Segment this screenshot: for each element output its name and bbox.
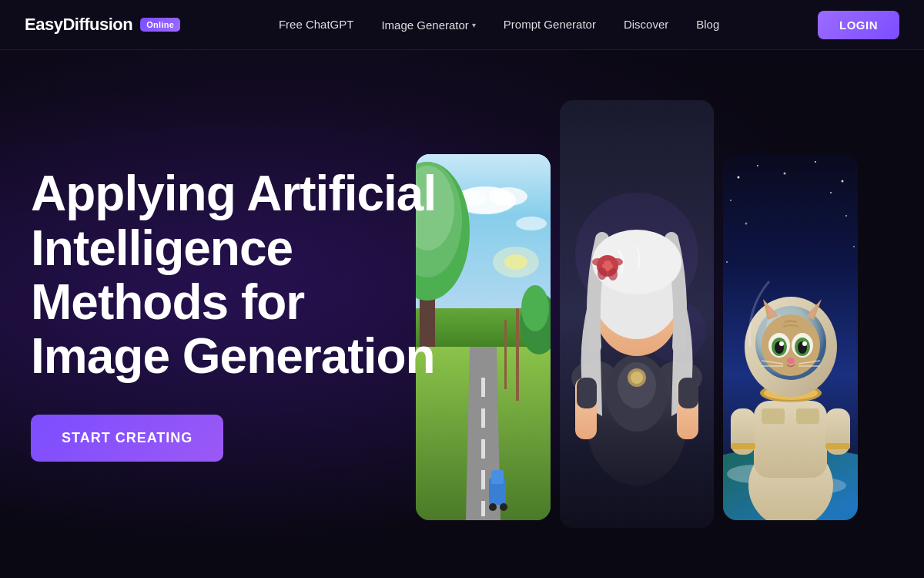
svg-point-53 — [611, 258, 623, 266]
chevron-down-icon: ▾ — [472, 21, 476, 29]
svg-point-19 — [489, 503, 497, 511]
svg-point-68 — [830, 192, 832, 193]
image-gallery — [416, 50, 924, 578]
astronaut-image — [723, 154, 858, 520]
start-creating-button[interactable]: START CREATING — [31, 415, 223, 462]
svg-point-67 — [845, 215, 847, 217]
hero-title: Applying Artificial Intelligence Methods… — [31, 166, 450, 384]
svg-point-24 — [521, 285, 549, 331]
svg-point-62 — [757, 165, 758, 166]
nav-item-blog[interactable]: Blog — [696, 18, 719, 32]
image-card-warrior — [560, 100, 714, 528]
nav-item-discover[interactable]: Discover — [624, 18, 668, 32]
svg-point-95 — [779, 341, 784, 346]
svg-rect-104 — [731, 443, 755, 449]
svg-point-97 — [787, 358, 795, 364]
free-chatgpt-link[interactable]: Free ChatGPT — [279, 18, 354, 31]
image-generator-link[interactable]: Image Generator ▾ — [381, 18, 475, 32]
nav-links: Free ChatGPT Image Generator ▾ Prompt Ge… — [279, 18, 719, 32]
svg-rect-58 — [577, 378, 597, 408]
svg-point-2 — [489, 187, 527, 206]
svg-point-52 — [592, 258, 604, 266]
svg-point-65 — [842, 180, 844, 183]
svg-point-20 — [500, 503, 507, 511]
svg-rect-13 — [481, 408, 485, 428]
discover-link[interactable]: Discover — [624, 18, 668, 31]
blog-link[interactable]: Blog — [696, 18, 719, 31]
svg-point-26 — [504, 254, 527, 270]
svg-rect-14 — [481, 439, 485, 459]
warrior-image — [560, 100, 714, 528]
svg-point-64 — [815, 161, 816, 163]
svg-point-5 — [516, 217, 547, 230]
hero-text: Applying Artificial Intelligence Methods… — [31, 166, 450, 462]
svg-rect-12 — [481, 378, 485, 397]
nav-item-free-chatgpt[interactable]: Free ChatGPT — [279, 18, 354, 32]
svg-point-69 — [745, 223, 748, 225]
prompt-generator-link[interactable]: Prompt Generator — [504, 18, 596, 31]
svg-point-70 — [853, 246, 855, 247]
image-card-astronaut — [723, 154, 858, 520]
svg-rect-78 — [796, 408, 819, 424]
svg-rect-77 — [762, 408, 785, 424]
svg-point-63 — [784, 173, 786, 175]
hero-section: Applying Artificial Intelligence Methods… — [0, 50, 924, 578]
svg-rect-22 — [504, 320, 507, 389]
svg-rect-15 — [481, 470, 485, 489]
logo-area: EasyDiffusion Online — [25, 15, 180, 35]
logo-text: EasyDiffusion — [25, 15, 132, 35]
svg-point-96 — [802, 341, 807, 346]
navbar: EasyDiffusion Online Free ChatGPT Image … — [0, 0, 924, 50]
svg-rect-21 — [516, 308, 519, 401]
svg-point-61 — [738, 176, 740, 179]
svg-rect-59 — [678, 378, 698, 408]
svg-point-36 — [631, 371, 643, 384]
svg-rect-16 — [481, 501, 485, 516]
svg-rect-105 — [825, 443, 850, 449]
svg-rect-18 — [491, 470, 504, 484]
svg-point-66 — [730, 200, 732, 201]
login-button[interactable]: LOGIN — [818, 11, 899, 39]
nav-item-prompt-generator[interactable]: Prompt Generator — [504, 18, 596, 32]
svg-point-55 — [608, 268, 618, 281]
svg-point-71 — [726, 261, 728, 263]
svg-point-54 — [598, 267, 607, 280]
nav-item-image-generator[interactable]: Image Generator ▾ — [381, 18, 475, 32]
online-badge: Online — [140, 18, 180, 32]
